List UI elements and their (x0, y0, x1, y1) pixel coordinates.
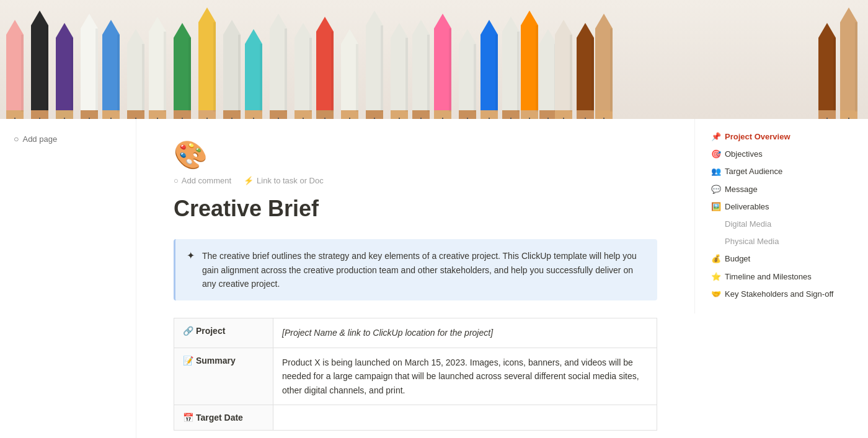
toc-item-project-overview[interactable]: 📌Project Overview (707, 129, 856, 145)
table-value-cell: [Project Name & link to ClickUp location… (273, 318, 657, 348)
add-page-label: Add page (22, 134, 57, 144)
toc-icon: ⭐ (711, 271, 721, 283)
toc-item-message[interactable]: 💬Message (707, 182, 856, 198)
label-text: Summary (196, 356, 236, 366)
label-icon: 📝 (183, 356, 193, 366)
toc-label: Target Audience (725, 166, 782, 177)
info-table: 🔗 Project[Project Name & link to ClickUp… (174, 318, 657, 431)
toc-item-objectives[interactable]: 🎯Objectives (707, 146, 856, 162)
left-sidebar: ○ Add page (0, 119, 136, 438)
add-page-button[interactable]: ○ Add page (10, 131, 126, 146)
header-banner (0, 0, 868, 119)
page-title: Creative Brief (174, 195, 657, 222)
toc-item-key-stakeholders-and-sign-off[interactable]: 🤝Key Stakeholders and Sign-off (707, 286, 856, 302)
toc-icon: 📌 (711, 131, 721, 142)
toc-label: Digital Media (725, 219, 771, 230)
label-icon: 📅 (183, 413, 193, 423)
add-page-icon: ○ (14, 134, 19, 144)
table-row: 📅 Target Date (174, 405, 657, 430)
toc-icon: 🤝 (711, 289, 721, 300)
toc-item-physical-media[interactable]: Physical Media (707, 234, 856, 250)
callout-text: The creative brief outlines the strategy… (202, 249, 646, 291)
toc-label: Budget (725, 253, 750, 265)
right-sidebar: 📌Project Overview🎯Objectives👥Target Audi… (694, 119, 868, 313)
table-label-cell: 🔗 Project (174, 318, 273, 348)
add-comment-button[interactable]: ○ Add comment (174, 176, 231, 185)
toc-icon: 👥 (711, 166, 721, 177)
table-row: 📝 SummaryProduct X is being launched on … (174, 348, 657, 405)
toc-label: Objectives (725, 149, 763, 160)
toc-item-deliverables[interactable]: 🖼️Deliverables (707, 199, 856, 215)
comment-icon: ○ (174, 176, 179, 185)
link-to-task-button[interactable]: ⚡ Link to task or Doc (244, 176, 324, 185)
toc-item-budget[interactable]: 💰Budget (707, 251, 856, 267)
label-icon: 🔗 (183, 326, 193, 336)
page-emoji: 🎨 (174, 139, 657, 171)
toc-icon: 🎯 (711, 149, 721, 160)
toc-list: 📌Project Overview🎯Objectives👥Target Audi… (707, 129, 856, 302)
link-icon: ⚡ (244, 176, 254, 185)
toc-label: Deliverables (725, 201, 769, 212)
toc-icon: 🖼️ (711, 201, 721, 212)
main-content: 🎨 ○ Add comment ⚡ Link to task or Doc Cr… (136, 119, 694, 438)
toc-item-timeline-and-milestones[interactable]: ⭐Timeline and Milestones (707, 269, 856, 285)
link-to-task-label: Link to task or Doc (257, 176, 324, 185)
toc-label: Message (725, 184, 758, 195)
table-value-cell: Product X is being launched on March 15,… (273, 348, 657, 405)
table-label-cell: 📅 Target Date (174, 405, 273, 430)
table-value-cell (273, 405, 657, 430)
toc-label: Project Overview (725, 131, 790, 142)
toc-icon: 💬 (711, 184, 721, 195)
toc-item-digital-media[interactable]: Digital Media (707, 216, 856, 232)
label-text: Project (196, 326, 225, 336)
table-row: 🔗 Project[Project Name & link to ClickUp… (174, 318, 657, 348)
callout-box: ✦ The creative brief outlines the strate… (174, 239, 657, 300)
label-text: Target Date (196, 413, 243, 423)
toc-label: Key Stakeholders and Sign-off (725, 289, 833, 300)
add-comment-label: Add comment (182, 176, 231, 185)
toc-item-target-audience[interactable]: 👥Target Audience (707, 164, 856, 180)
toc-label: Timeline and Milestones (725, 271, 812, 283)
callout-icon: ✦ (187, 250, 195, 261)
toc-label: Physical Media (725, 236, 779, 247)
page-actions: ○ Add comment ⚡ Link to task or Doc (174, 176, 657, 185)
toc-icon: 💰 (711, 253, 721, 265)
table-label-cell: 📝 Summary (174, 348, 273, 405)
